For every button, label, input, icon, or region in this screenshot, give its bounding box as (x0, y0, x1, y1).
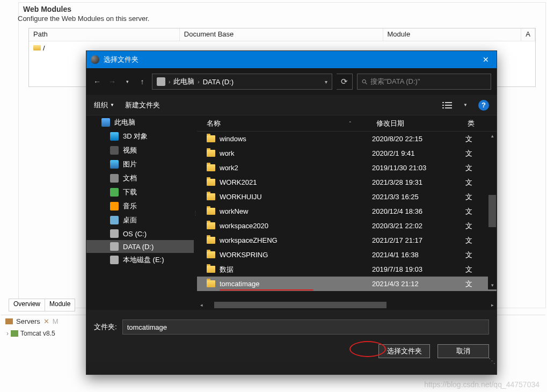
table-header: Path Document Base Module A (29, 28, 535, 41)
list-item[interactable]: WORKHUIJU2021/3/3 16:25文 (197, 190, 497, 204)
svg-rect-5 (445, 107, 452, 108)
chevron-down-icon[interactable]: ▾ (325, 79, 327, 85)
tree-pictures[interactable]: 图片 (86, 157, 194, 171)
scrollbar-horizontal[interactable]: ◂ ▸ (197, 300, 497, 310)
list-item[interactable]: tomcatimage2021/4/3 21:12文 (197, 277, 497, 291)
search-input[interactable]: ⚲ 搜索"DATA (D:)" (357, 74, 491, 90)
tab-modules[interactable]: Module (45, 299, 75, 311)
tree-music[interactable]: 音乐 (86, 199, 194, 213)
svg-rect-1 (445, 102, 452, 103)
tree-3d-objects[interactable]: 3D 对象 (86, 129, 194, 143)
refresh-button[interactable]: ⟳ (337, 74, 353, 90)
chevron-down-icon[interactable]: ▼ (463, 103, 468, 107)
list-item[interactable]: workNew2020/12/4 18:36文 (197, 204, 497, 219)
tree-this-pc[interactable]: 此电脑 (86, 115, 194, 129)
file-list-pane: 名称 ˄ 修改日期 类 windows2020/8/20 22:15文work2… (197, 115, 497, 310)
editor-tabs: Overview Module (9, 299, 75, 311)
pc-icon (101, 118, 110, 127)
breadcrumb[interactable]: › 此电脑 › DATA (D:) ▾ (152, 74, 332, 90)
scroll-thumb[interactable] (488, 195, 496, 227)
folder-picker-dialog: 选择文件夹 ✕ ← → ▾ ↑ › 此电脑 › DATA (D:) ▾ ⟳ ⚲ … (86, 50, 497, 375)
svg-rect-3 (445, 105, 452, 106)
desktop-icon (110, 216, 119, 224)
drive-icon (110, 256, 119, 264)
folder-icon (207, 150, 215, 157)
close-button[interactable]: ✕ (475, 51, 497, 68)
breadcrumb-drive[interactable]: DATA (D:) (203, 78, 234, 86)
tab-overview[interactable]: Overview (9, 299, 45, 311)
list-item[interactable]: work2020/2/1 9:41文 (197, 146, 497, 161)
close-decoration-icon: ✕ (43, 317, 49, 325)
confirm-button[interactable]: 选择文件夹 (378, 344, 430, 358)
back-button[interactable]: ← (92, 76, 103, 87)
folder-icon (207, 251, 215, 258)
annotation-underline (220, 289, 313, 291)
close-icon: ✕ (483, 55, 489, 64)
file-date: 2020/2/1 9:41 (372, 149, 463, 157)
file-date: 2021/4/3 21:12 (372, 280, 463, 288)
col-name[interactable]: 名称 ˄ (197, 115, 372, 131)
drive-icon (157, 77, 165, 86)
view-button[interactable] (442, 100, 453, 111)
scroll-right-icon[interactable]: ▸ (488, 301, 497, 309)
dialog-titlebar[interactable]: 选择文件夹 ✕ (86, 51, 497, 68)
breadcrumb-root[interactable]: 此电脑 (173, 77, 194, 86)
chevron-right-icon: › (169, 79, 170, 85)
picture-icon (110, 160, 119, 169)
list-item[interactable]: 数据2019/7/18 19:03文 (197, 262, 497, 277)
tree-drive-e[interactable]: 本地磁盘 (E:) (86, 253, 194, 267)
scroll-thumb-h[interactable] (214, 302, 386, 308)
list-item[interactable]: workspace20202020/3/21 22:02文 (197, 219, 497, 233)
col-auto[interactable]: A (521, 28, 535, 41)
col-docbase[interactable]: Document Base (180, 28, 383, 41)
folder-icon (207, 193, 215, 200)
new-folder-button[interactable]: 新建文件夹 (125, 100, 160, 110)
scroll-up-icon[interactable]: ▴ (488, 132, 497, 140)
col-module[interactable]: Module (383, 28, 522, 41)
file-name: work2 (220, 164, 238, 172)
help-button[interactable]: ? (478, 100, 489, 111)
recent-dropdown[interactable]: ▾ (122, 76, 133, 87)
file-name: workspace2020 (220, 222, 268, 230)
expand-icon[interactable]: › (6, 330, 9, 337)
file-name: WORK2021 (220, 178, 257, 186)
sort-indicator-icon: ˄ (349, 121, 352, 126)
toolbar: 组织 ▼ 新建文件夹 ▼ ? (86, 95, 497, 115)
scroll-left-icon[interactable]: ◂ (197, 301, 206, 309)
list-item[interactable]: WORK20212021/3/28 19:31文 (197, 175, 497, 190)
file-date: 2021/2/17 21:17 (372, 236, 463, 244)
scroll-down-icon[interactable]: ▾ (488, 281, 497, 289)
folder-icon (207, 266, 215, 273)
tree-video[interactable]: 视频 (86, 143, 194, 157)
watermark: https://blog.csdn.net/qq_44757034 (424, 380, 539, 389)
tree-documents[interactable]: 文档 (86, 171, 194, 185)
search-placeholder: 搜索"DATA (D:)" (370, 77, 420, 86)
col-type[interactable]: 类 (463, 115, 497, 131)
tree-drive-d[interactable]: DATA (D:) (86, 240, 194, 253)
list-item[interactable]: work22019/11/30 21:03文 (197, 161, 497, 175)
organize-button[interactable]: 组织 ▼ (94, 100, 114, 110)
file-list[interactable]: windows2020/8/20 22:15文work2020/2/1 9:41… (197, 132, 497, 300)
scrollbar-vertical[interactable]: ▴ ▾ (488, 132, 497, 289)
file-name: 数据 (220, 265, 234, 274)
download-icon (110, 188, 119, 197)
list-item[interactable]: workspaceZHENG2021/2/17 21:17文 (197, 233, 497, 248)
music-icon (110, 202, 119, 210)
forward-button[interactable]: → (107, 76, 118, 87)
col-path[interactable]: Path (29, 28, 180, 41)
cancel-button[interactable]: 取消 (437, 344, 489, 358)
up-button[interactable]: ↑ (137, 76, 148, 87)
col-date[interactable]: 修改日期 (372, 115, 463, 131)
folder-tree[interactable]: 此电脑 3D 对象 视频 图片 文档 下载 音乐 桌面 OS (C:) DATA… (86, 115, 194, 310)
folder-icon (207, 179, 215, 186)
tree-drive-c[interactable]: OS (C:) (86, 227, 194, 240)
file-name: tomcatimage (220, 280, 259, 288)
tree-desktop[interactable]: 桌面 (86, 213, 194, 227)
folder-input[interactable] (122, 320, 489, 335)
folder-input-row: 文件夹: (86, 310, 497, 335)
list-item[interactable]: WORKSPRING2021/4/1 16:38文 (197, 248, 497, 262)
tree-downloads[interactable]: 下载 (86, 185, 194, 199)
refresh-icon: ⟳ (341, 77, 348, 86)
resize-grip[interactable] (488, 355, 495, 362)
list-item[interactable]: windows2020/8/20 22:15文 (197, 132, 497, 146)
